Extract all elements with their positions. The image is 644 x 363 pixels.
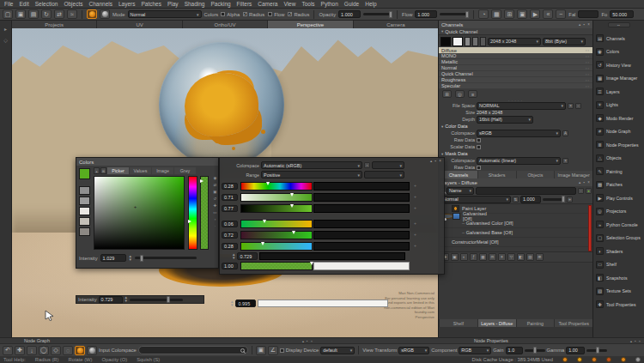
slider-marker-icon[interactable] (310, 262, 313, 265)
paint-mode-dropdown[interactable]: Normal (128, 10, 202, 18)
channel-row[interactable]: Normal (439, 65, 593, 71)
slider-marker-icon[interactable] (290, 193, 294, 197)
channel-row[interactable]: Specular (439, 83, 593, 89)
channel-depth-dropdown[interactable]: 8bit (Byte) (543, 38, 586, 45)
square-icon[interactable]: ▫ (215, 217, 216, 221)
slider-gradient-bar[interactable] (240, 193, 313, 202)
intensity-slider[interactable] (130, 299, 183, 301)
flow-slider[interactable] (440, 13, 469, 15)
collapse-icon[interactable]: ▴ (94, 167, 100, 174)
channel-action-icon[interactable]: ⊞ (442, 90, 452, 98)
mid-slider[interactable] (259, 252, 405, 260)
reset-icon[interactable]: ↺ (214, 197, 217, 201)
file-toolbar-icon[interactable]: ▢ (3, 9, 13, 19)
file-toolbar-icon[interactable]: ⇄ (54, 9, 64, 19)
palette-rail-item[interactable]: △ Objects (593, 152, 644, 166)
colors-tab[interactable]: Picker (107, 167, 129, 174)
filter-clear-icon[interactable]: ◦ (578, 188, 584, 194)
raw-data-checkbox[interactable] (477, 138, 481, 142)
display-device-dropdown[interactable]: default (320, 347, 355, 354)
file-toolbar-icon[interactable]: ▤ (28, 9, 39, 19)
layer-row[interactable]: ConstructorMetal [Off] (440, 238, 592, 247)
opacity-field[interactable]: 1.000 (338, 10, 361, 18)
filter-add-icon[interactable]: ● (586, 188, 592, 194)
slider-extension-bar[interactable] (313, 204, 410, 213)
palette-rail-item[interactable]: ▢ Selection Groups (593, 232, 644, 245)
slider-marker-icon[interactable] (292, 231, 295, 234)
slider-marker-icon[interactable] (261, 242, 264, 245)
bottom-panel-tab[interactable]: Painting (517, 319, 555, 327)
layer-toolbar-icon[interactable]: ◐ (460, 253, 468, 261)
colors-tab[interactable]: Grey (174, 167, 196, 174)
slider-gradient-bar[interactable] (240, 242, 313, 251)
palette-rail-item[interactable]: ▨ Texture Sets (593, 285, 644, 299)
menu-item[interactable]: Objects (64, 1, 82, 7)
color-swatch[interactable] (79, 217, 90, 226)
eyedropper-icon[interactable]: ◉ (214, 176, 217, 180)
slider-extension-bar[interactable] (313, 231, 410, 239)
menu-item[interactable]: Selection (35, 1, 58, 7)
palette-rail-item[interactable]: ▦ Image Manager (593, 72, 644, 86)
palette-rail-item[interactable]: ↺ History View (593, 58, 644, 72)
palette-rail-item[interactable]: ▩ Patches (593, 178, 644, 192)
slider-value-field[interactable]: 0.995 (235, 299, 256, 307)
lock-icon[interactable]: ▫ (364, 162, 370, 168)
layer-opacity-slider[interactable] (543, 198, 565, 201)
palette-rail-item[interactable]: ◆ Modo Render (593, 112, 644, 125)
secondary-dropdown[interactable] (372, 161, 404, 169)
minus-icon[interactable]: − (575, 103, 581, 109)
paint-option-icon[interactable]: ◔ (478, 9, 489, 19)
window-controls-icons[interactable]: ▴ ▪ × (430, 159, 442, 163)
nav-icon[interactable]: ◯ (39, 346, 49, 355)
file-toolbar-icon[interactable]: ≈ (67, 9, 77, 19)
depth-dropdown[interactable]: 16bit (Half) (477, 116, 533, 124)
cache-status-icon[interactable] (577, 357, 582, 362)
add-icon[interactable]: + (567, 197, 573, 203)
plus-icon[interactable]: + (414, 243, 416, 248)
palette-rail-item[interactable]: ✎ Painting (593, 165, 644, 178)
filter-by-dropdown[interactable]: Name (447, 187, 474, 195)
snap-icon[interactable]: ▣ (256, 346, 266, 355)
mask-data-section[interactable]: Mask Data (439, 150, 593, 157)
color-swatch[interactable] (79, 207, 90, 215)
bottom-panel-tab[interactable]: Layers - Diffuse (478, 319, 516, 327)
intensity-field[interactable]: 0.729 (99, 296, 123, 304)
palette-rail-item[interactable]: ▭ Shelf (593, 258, 644, 272)
channel-row[interactable]: Quick Channel (439, 71, 593, 77)
gamma-slider[interactable] (586, 349, 607, 352)
palette-rail-item[interactable]: ◉ Colors (593, 45, 644, 59)
menu-item[interactable]: Play (167, 1, 179, 7)
palette-rail-item[interactable]: ▤ Channels (593, 32, 644, 45)
colorspace-dropdown[interactable]: Automatic (sRGB) (261, 161, 362, 169)
mask-raw-data-checkbox[interactable] (477, 166, 481, 170)
stepper-icon[interactable]: ▲▼ (230, 300, 234, 306)
panel-tab[interactable]: Image Manager (555, 171, 592, 178)
slider-marker-icon[interactable] (263, 220, 266, 223)
slider-extension-bar[interactable] (313, 220, 410, 228)
clear-icon[interactable]: × (568, 103, 574, 109)
nav-icon[interactable]: ◌ (63, 346, 73, 355)
nav-icon[interactable]: ↓ (27, 346, 37, 355)
colors-tab[interactable]: Values (130, 167, 151, 174)
window-controls-icons[interactable]: ▴ ▪ × (579, 22, 591, 27)
transform-tool-icon[interactable]: ◇ (3, 37, 8, 43)
cache-status-icon[interactable] (635, 357, 641, 362)
stepper-icon[interactable]: ▲▼ (129, 255, 132, 261)
stepper-icon[interactable]: ▲▼ (125, 296, 128, 302)
checkbox[interactable] (288, 12, 292, 16)
slider-extension-bar[interactable] (313, 193, 410, 202)
checkbox[interactable] (243, 12, 247, 16)
layer-toolbar-icon[interactable]: ▤ (526, 253, 534, 261)
gamma-field[interactable]: 1.00 (566, 347, 585, 354)
file-toolbar-icon[interactable]: ▣ (15, 9, 26, 19)
nav-icon[interactable]: ↶ (3, 346, 13, 355)
mask-colorspace-dropdown[interactable]: Automatic (linear) (477, 157, 561, 165)
channel-row[interactable]: Roughness (439, 77, 593, 83)
palette-rail-item[interactable]: ≣ Node Properties (593, 138, 644, 152)
opacity-slider[interactable] (363, 13, 392, 15)
menu-item[interactable]: Guide (344, 1, 359, 7)
select-tool-icon[interactable]: ▸ (4, 26, 7, 32)
slider-value-field[interactable]: 0.28 (222, 183, 238, 190)
paint-option-icon[interactable]: ~ (556, 9, 566, 19)
file-space-dropdown[interactable]: NORMAL (477, 102, 566, 110)
